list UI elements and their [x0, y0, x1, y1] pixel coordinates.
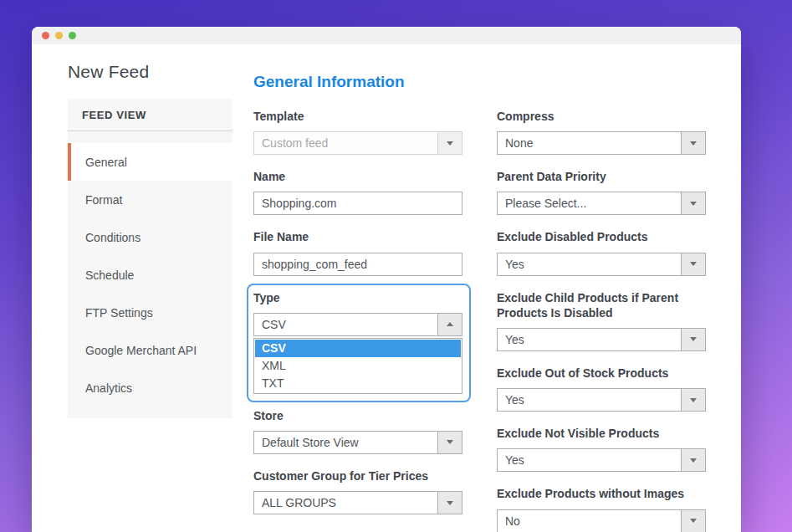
- exclude-child-products-select-value: Yes: [498, 329, 681, 350]
- customer-group-select-value: ALL GROUPS: [254, 492, 437, 514]
- exclude-disabled-products-label: Exclude Disabled Products: [497, 229, 706, 244]
- compress-field: CompressNone: [497, 109, 706, 155]
- template-select: Custom feed: [253, 131, 462, 155]
- sidebar-item-label: Format: [85, 193, 122, 207]
- exclude-not-visible-select-arrow-button[interactable]: [681, 449, 705, 471]
- exclude-child-products-label: Exclude Child Products if Parent Product…: [497, 290, 706, 320]
- sidebar-item-label: General: [85, 156, 127, 169]
- chevron-down-icon: [690, 202, 697, 206]
- sidebar-item-conditions[interactable]: Conditions: [68, 218, 232, 256]
- customer-group-select[interactable]: ALL GROUPS: [253, 491, 462, 514]
- status-field: StatusActive: [253, 529, 462, 532]
- status-label: Status: [253, 529, 462, 532]
- sidebar-item-label: Schedule: [85, 269, 134, 282]
- customer-group-field: Customer Group for Tier PricesALL GROUPS: [253, 468, 462, 514]
- minimize-window-icon[interactable]: [55, 32, 63, 39]
- sidebar-item-ftp-settings[interactable]: FTP Settings: [68, 294, 232, 331]
- page-title: New Feed: [68, 62, 149, 82]
- file-name-input[interactable]: [253, 253, 462, 276]
- type-select-value: CSV: [254, 314, 437, 335]
- exclude-disabled-products-select-value: Yes: [498, 253, 681, 275]
- store-select-arrow-button[interactable]: [437, 432, 462, 453]
- compress-select-value: None: [498, 132, 681, 154]
- parent-data-priority-select-value: Please Select...: [498, 192, 681, 214]
- file-name-field: File Name: [253, 229, 462, 275]
- chevron-down-icon: [690, 398, 697, 402]
- customer-group-label: Customer Group for Tier Prices: [253, 468, 462, 483]
- general-information-panel: General Information TemplateCustom feedN…: [253, 73, 709, 532]
- compress-select[interactable]: None: [497, 131, 706, 155]
- name-input[interactable]: [253, 192, 462, 215]
- parent-data-priority-select[interactable]: Please Select...: [497, 192, 706, 215]
- customer-group-select-arrow-button[interactable]: [437, 492, 462, 514]
- sidebar-item-schedule[interactable]: Schedule: [68, 256, 232, 294]
- type-options-list: CSVXMLTXT: [253, 338, 462, 394]
- store-select-value: Default Store View: [254, 432, 437, 453]
- chevron-down-icon: [447, 440, 453, 444]
- chevron-down-icon: [690, 458, 697, 463]
- exclude-not-visible-select-value: Yes: [498, 449, 681, 471]
- zoom-window-icon[interactable]: [69, 32, 76, 39]
- parent-data-priority-field: Parent Data PriorityPlease Select...: [497, 169, 706, 215]
- file-name-label: File Name: [253, 229, 462, 244]
- store-field: StoreDefault Store View: [253, 408, 462, 454]
- window-titlebar: [32, 27, 741, 44]
- sidebar-item-label: Google Merchant API: [85, 344, 197, 357]
- type-option-csv[interactable]: CSV: [255, 340, 461, 357]
- exclude-not-visible-field: Exclude Not Visible ProductsYes: [497, 426, 706, 472]
- chevron-down-icon: [690, 519, 697, 523]
- exclude-without-images-label: Exclude Products without Images: [497, 486, 706, 501]
- exclude-out-of-stock-select-value: Yes: [498, 389, 681, 411]
- exclude-out-of-stock-field: Exclude Out of Stock ProductsYes: [497, 366, 706, 412]
- exclude-without-images-select-arrow-button[interactable]: [681, 510, 705, 532]
- chevron-down-icon: [447, 141, 453, 146]
- sidebar-item-label: Conditions: [85, 231, 141, 244]
- chevron-down-icon: [447, 501, 453, 505]
- template-field: TemplateCustom feed: [253, 109, 462, 155]
- exclude-out-of-stock-select-arrow-button[interactable]: [681, 389, 705, 411]
- sidebar-item-general[interactable]: General: [68, 143, 232, 181]
- exclude-child-products-select[interactable]: Yes: [497, 328, 706, 351]
- close-window-icon[interactable]: [42, 32, 49, 39]
- type-field: TypeCSVCSVXMLTXT: [253, 290, 462, 394]
- sidebar-item-label: FTP Settings: [85, 306, 153, 320]
- exclude-disabled-products-select[interactable]: Yes: [497, 253, 706, 276]
- template-select-value: Custom feed: [254, 132, 437, 154]
- exclude-out-of-stock-label: Exclude Out of Stock Products: [497, 366, 706, 381]
- type-option-xml[interactable]: XML: [255, 357, 461, 375]
- template-label: Template: [253, 109, 462, 124]
- type-select[interactable]: CSV: [253, 313, 462, 336]
- sidebar-item-format[interactable]: Format: [68, 181, 232, 218]
- exclude-not-visible-label: Exclude Not Visible Products: [497, 426, 706, 441]
- chevron-down-icon: [690, 262, 697, 266]
- parent-data-priority-label: Parent Data Priority: [497, 169, 706, 184]
- compress-label: Compress: [497, 109, 706, 124]
- exclude-not-visible-select[interactable]: Yes: [497, 448, 706, 472]
- store-label: Store: [253, 408, 462, 423]
- type-option-txt[interactable]: TXT: [255, 375, 461, 392]
- exclude-without-images-select[interactable]: No: [497, 509, 706, 532]
- type-select-arrow-button[interactable]: [437, 314, 462, 335]
- exclude-child-products-field: Exclude Child Products if Parent Product…: [497, 290, 706, 351]
- store-select[interactable]: Default Store View: [253, 431, 462, 454]
- sidebar: FEED VIEW GeneralFormatConditionsSchedul…: [68, 99, 232, 418]
- sidebar-nav: GeneralFormatConditionsScheduleFTP Setti…: [68, 131, 232, 407]
- compress-select-arrow-button[interactable]: [681, 132, 705, 154]
- exclude-disabled-products-field: Exclude Disabled ProductsYes: [497, 229, 706, 275]
- sidebar-item-analytics[interactable]: Analytics: [68, 369, 232, 407]
- form-right-column: CompressNoneParent Data PriorityPlease S…: [497, 109, 706, 532]
- sidebar-item-google-merchant-api[interactable]: Google Merchant API: [68, 331, 232, 369]
- exclude-out-of-stock-select[interactable]: Yes: [497, 388, 706, 412]
- sidebar-section-header: FEED VIEW: [68, 99, 232, 131]
- type-label: Type: [253, 290, 462, 305]
- parent-data-priority-select-arrow-button[interactable]: [681, 192, 705, 214]
- name-label: Name: [253, 169, 462, 184]
- sidebar-item-label: Analytics: [85, 381, 132, 395]
- chevron-down-icon: [690, 141, 697, 146]
- exclude-child-products-select-arrow-button[interactable]: [681, 329, 705, 350]
- form-left-column: TemplateCustom feedNameFile NameTypeCSVC…: [253, 109, 462, 532]
- exclude-without-images-select-value: No: [498, 510, 681, 532]
- exclude-disabled-products-select-arrow-button[interactable]: [681, 253, 705, 275]
- exclude-without-images-field: Exclude Products without ImagesNo: [497, 486, 706, 532]
- name-field: Name: [253, 169, 462, 215]
